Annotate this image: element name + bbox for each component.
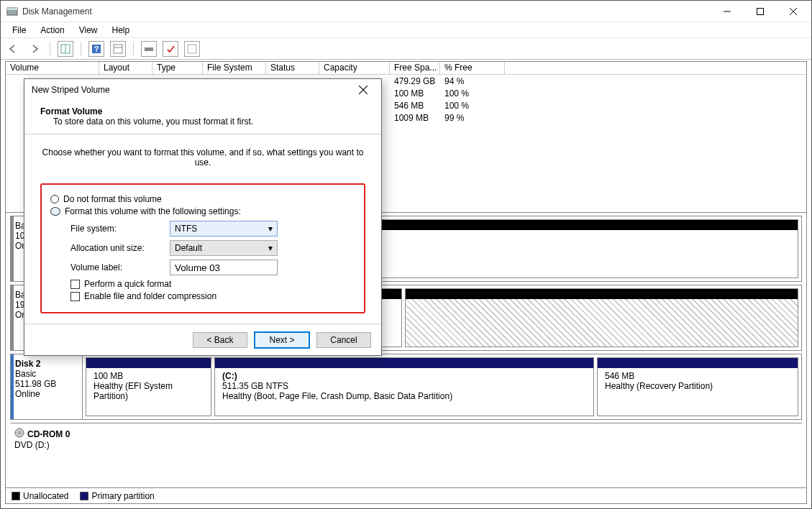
dialog-intro: Choose whether you want to format this v… — [40, 147, 365, 168]
toolbar-button-4[interactable] — [163, 41, 178, 57]
maximize-button[interactable] — [744, 1, 777, 22]
col-status[interactable]: Status — [266, 62, 319, 74]
disk-name: Disk 2 — [15, 359, 78, 369]
cancel-button[interactable]: Cancel — [316, 332, 371, 348]
svg-rect-10 — [114, 45, 122, 53]
col-capacity[interactable]: Capacity — [319, 62, 390, 74]
column-headers[interactable]: Volume Layout Type File System Status Ca… — [6, 62, 806, 75]
back-button[interactable] — [5, 41, 21, 57]
dialog-subheading: To store data on this volume, you must f… — [53, 116, 365, 127]
help-icon[interactable]: ? — [88, 41, 104, 57]
label-volume-label: Volume label: — [70, 262, 164, 272]
partition-c[interactable]: (C:) 511.35 GB NTFS Healthy (Boot, Page … — [214, 357, 594, 416]
checkbox-enable-compression[interactable]: Enable file and folder compression — [70, 291, 355, 301]
col-type[interactable]: Type — [152, 62, 203, 74]
disc-icon — [14, 428, 24, 440]
partition[interactable] — [405, 288, 798, 347]
toolbar-button-5[interactable] — [184, 41, 200, 57]
new-striped-volume-dialog: New Striped Volume Format Volume To stor… — [24, 78, 382, 356]
forward-button[interactable] — [27, 41, 42, 57]
file-system-select[interactable]: NTFS ▾ — [170, 221, 278, 237]
col-freespace[interactable]: Free Spa... — [390, 62, 440, 74]
disk-row-disk2[interactable]: Disk 2 Basic 511.98 GB Online 100 MB Hea… — [10, 354, 802, 420]
toolbar-button-2[interactable] — [110, 41, 126, 57]
toolbar-button-1[interactable] — [58, 41, 73, 57]
svg-rect-1 — [7, 8, 17, 10]
dialog-heading: Format Volume — [40, 106, 365, 116]
label-file-system: File system: — [70, 224, 164, 234]
menu-action[interactable]: Action — [33, 24, 71, 37]
allocation-unit-select[interactable]: Default ▾ — [170, 240, 278, 256]
disk-row-cdrom[interactable]: CD-ROM 0 DVD (D:) — [10, 423, 802, 460]
col-filesystem[interactable]: File System — [203, 62, 266, 74]
close-button[interactable] — [777, 1, 810, 22]
minimize-button[interactable] — [711, 1, 744, 22]
col-pctfree[interactable]: % Free — [440, 62, 505, 74]
partition-efi[interactable]: 100 MB Healthy (EFI System Partition) — [86, 357, 211, 416]
legend: Unallocated Primary partition — [6, 487, 806, 503]
col-volume[interactable]: Volume — [6, 62, 99, 74]
checkbox-quick-format[interactable]: Perform a quick format — [70, 279, 355, 289]
back-button[interactable]: < Back — [193, 332, 247, 348]
format-options-group: Do not format this volume Format this vo… — [40, 183, 365, 313]
menu-bar: File Action View Help — [1, 22, 811, 38]
svg-text:?: ? — [94, 45, 99, 53]
next-button[interactable]: Next > — [255, 332, 309, 348]
dialog-close-button[interactable] — [352, 79, 374, 101]
label-allocation-unit: Allocation unit size: — [70, 243, 164, 253]
volume-label-input[interactable] — [170, 260, 278, 275]
chevron-down-icon: ▾ — [268, 243, 273, 253]
svg-rect-3 — [757, 8, 764, 14]
menu-help[interactable]: Help — [105, 24, 137, 37]
dialog-title: New Striped Volume — [32, 85, 352, 95]
toolbar: ? — [1, 38, 811, 60]
toolbar-button-3[interactable] — [141, 41, 157, 57]
radio-do-not-format[interactable]: Do not format this volume — [50, 194, 355, 204]
app-icon — [6, 6, 18, 17]
radio-format-with-settings[interactable]: Format this volume with the following se… — [50, 206, 355, 216]
svg-rect-12 — [145, 47, 153, 51]
col-layout[interactable]: Layout — [99, 62, 152, 74]
menu-view[interactable]: View — [72, 24, 105, 37]
svg-rect-13 — [188, 45, 196, 53]
window-title: Disk Management — [22, 6, 92, 17]
partition-recovery[interactable]: 546 MB Healthy (Recovery Partition) — [597, 357, 798, 416]
window-titlebar: Disk Management — [1, 1, 811, 22]
chevron-down-icon: ▾ — [268, 224, 273, 234]
svg-point-15 — [19, 432, 21, 434]
menu-file[interactable]: File — [5, 24, 33, 37]
